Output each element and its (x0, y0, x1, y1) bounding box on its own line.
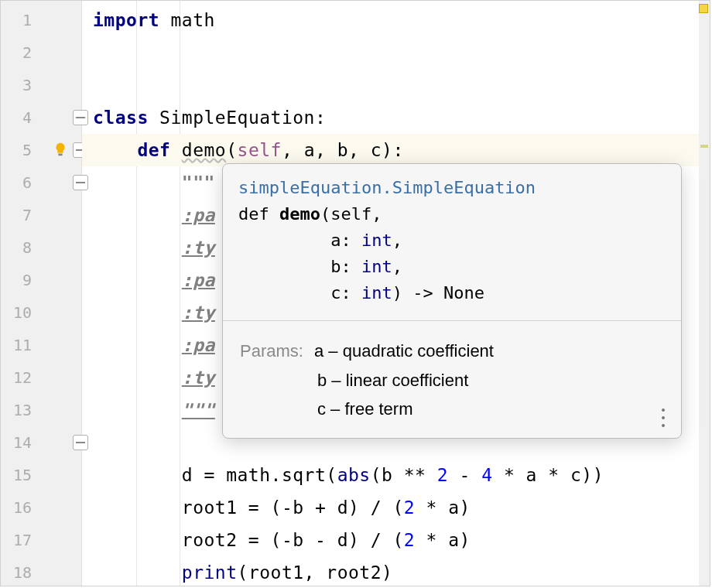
line-number: 3 (1, 69, 39, 101)
line-number: 8 (1, 231, 39, 264)
keyword-import: import (93, 10, 159, 30)
code-line[interactable]: print(root1, root2) (82, 556, 710, 588)
params-block: Params:a – quadratic coefficient b – lin… (223, 321, 681, 437)
class-name: SimpleEquation (159, 108, 315, 128)
code-editor[interactable]: 1 2 3 4 5 6 7 8 9 10 11 12 13 14 15 16 1… (0, 0, 710, 586)
line-number: 5 (1, 134, 39, 166)
code-line[interactable]: root1 = (-b + d) / (2 * a) (82, 491, 710, 524)
line-number: 1 (1, 4, 39, 36)
code-line-active[interactable]: def demo(self, a, b, c): (82, 134, 710, 166)
analysis-status-icon[interactable] (699, 4, 708, 13)
line-number: 14 (1, 426, 39, 459)
intention-bulb-icon[interactable] (52, 142, 69, 159)
gutter: 1 2 3 4 5 6 7 8 9 10 11 12 13 14 15 16 1… (1, 1, 82, 586)
quick-doc-popup: simpleEquation.SimpleEquation def demo(s… (222, 163, 682, 439)
line-number: 17 (1, 524, 39, 556)
line-number: 11 (1, 329, 39, 361)
code-line[interactable]: import math (82, 4, 710, 36)
line-number: 2 (1, 36, 39, 69)
code-line[interactable] (82, 69, 710, 101)
line-number: 13 (1, 394, 39, 426)
code-line[interactable] (82, 36, 710, 69)
docstring-text: :pa (182, 270, 215, 290)
param-desc: c – free term (317, 399, 412, 419)
builtin-print: print (182, 562, 238, 583)
function-name: demo (279, 204, 320, 224)
error-stripe[interactable] (699, 1, 710, 586)
line-number: 12 (1, 361, 39, 394)
self-param: self (238, 140, 282, 160)
qualified-class: simpleEquation.SimpleEquation (238, 178, 536, 197)
more-actions-icon[interactable] (656, 409, 670, 427)
method-name: demo (182, 140, 226, 160)
line-number: 4 (1, 101, 39, 134)
svg-rect-0 (58, 154, 63, 156)
fold-column (39, 1, 81, 586)
docstring-quote: """ (182, 173, 215, 193)
warning-marker[interactable] (700, 145, 708, 148)
docstring-text: :ty (182, 368, 215, 388)
param-desc: a – quadratic coefficient (314, 341, 494, 361)
line-number: 15 (1, 459, 39, 491)
params-label: Params: (240, 337, 314, 365)
line-number: 9 (1, 264, 39, 296)
line-number: 6 (1, 166, 39, 199)
docstring-text: :pa (182, 335, 215, 355)
module-name: math (170, 10, 214, 30)
keyword-class: class (93, 108, 149, 128)
line-number: 7 (1, 199, 39, 231)
code-line[interactable]: root2 = (-b - d) / (2 * a) (82, 524, 710, 556)
docstring-text: :pa (182, 205, 215, 225)
line-number: 10 (1, 296, 39, 329)
keyword-def: def (137, 140, 170, 160)
line-number: 16 (1, 491, 39, 524)
builtin-abs: abs (337, 465, 371, 485)
docstring-text: :ty (182, 238, 215, 258)
docstring-text: :ty (182, 303, 215, 323)
docstring-text: """ (182, 400, 215, 420)
code-line[interactable]: d = math.sqrt(abs(b ** 2 - 4 * a * c)) (82, 459, 710, 491)
line-number: 18 (1, 556, 39, 588)
param-desc: b – linear coefficient (317, 371, 468, 390)
line-numbers: 1 2 3 4 5 6 7 8 9 10 11 12 13 14 15 16 1… (1, 1, 39, 586)
signature-block: simpleEquation.SimpleEquation def demo(s… (223, 164, 681, 321)
code-line[interactable]: class SimpleEquation: (82, 101, 710, 134)
